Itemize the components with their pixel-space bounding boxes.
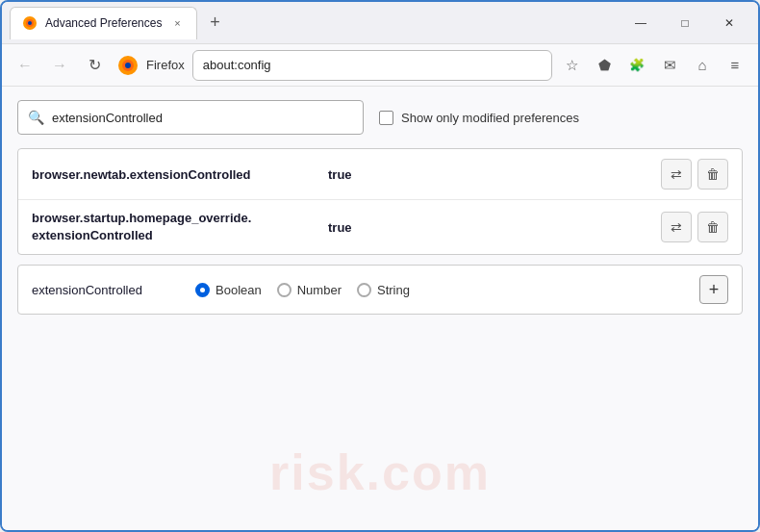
browser-name-label: Firefox <box>146 58 185 72</box>
type-radio-group: Boolean Number String <box>195 283 410 297</box>
svg-point-5 <box>125 63 131 68</box>
add-preference-button[interactable]: + <box>699 275 728 304</box>
swap-button-2[interactable]: ⇄ <box>661 212 692 242</box>
tab-favicon <box>22 15 38 31</box>
pocket-icon: ⬟ <box>598 57 611 74</box>
close-button[interactable]: ✕ <box>708 8 750 38</box>
search-icon: 🔍 <box>28 110 44 125</box>
pref-name-2: browser.startup.homepage_override.extens… <box>32 210 320 244</box>
delete-button-2[interactable]: 🗑 <box>697 212 728 242</box>
extension-button[interactable]: 🧩 <box>621 50 652 81</box>
firefox-logo <box>117 55 139 76</box>
address-bar[interactable]: about:config <box>192 50 552 81</box>
pocket-button[interactable]: ⬟ <box>589 50 620 81</box>
bookmark-icon: ☆ <box>566 57 578 74</box>
radio-boolean[interactable]: Boolean <box>195 283 262 297</box>
show-modified-checkbox[interactable] <box>379 111 393 125</box>
show-modified-label[interactable]: Show only modified preferences <box>379 111 579 125</box>
search-row: 🔍 extensionControlled Show only modified… <box>17 100 743 135</box>
maximize-button[interactable]: □ <box>664 8 706 38</box>
radio-boolean-label: Boolean <box>215 283 262 297</box>
tab-close-button[interactable]: × <box>169 15 185 31</box>
menu-icon: ≡ <box>731 57 740 73</box>
reload-button[interactable]: ↻ <box>79 50 110 81</box>
extension-icon: 🧩 <box>629 58 645 72</box>
nav-icons: ☆ ⬟ 🧩 ✉ ⌂ ≡ <box>556 50 750 81</box>
radio-circle-number[interactable] <box>277 283 291 297</box>
radio-circle-string[interactable] <box>357 283 371 297</box>
minimize-button[interactable]: — <box>620 8 662 38</box>
mail-button[interactable]: ✉ <box>654 50 685 81</box>
add-preference-row: extensionControlled Boolean Number Strin… <box>17 265 743 315</box>
account-button[interactable]: ⌂ <box>687 50 718 81</box>
radio-string[interactable]: String <box>357 283 410 297</box>
row-actions-2: ⇄ 🗑 <box>661 212 728 242</box>
show-modified-text: Show only modified preferences <box>401 111 579 125</box>
svg-point-2 <box>28 21 32 25</box>
radio-number-label: Number <box>297 283 342 297</box>
forward-icon: → <box>52 57 67 74</box>
table-row: browser.startup.homepage_override.extens… <box>18 200 742 254</box>
swap-icon-2: ⇄ <box>671 219 682 235</box>
new-pref-name: extensionControlled <box>32 283 176 297</box>
row-actions-1: ⇄ 🗑 <box>661 159 728 190</box>
title-bar: Advanced Preferences × + — □ ✕ <box>2 2 758 44</box>
pref-value-2: true <box>328 220 352 235</box>
browser-window: Advanced Preferences × + — □ ✕ ← → ↻ Fir… <box>0 0 760 532</box>
table-row: browser.newtab.extensionControlled true … <box>18 149 742 200</box>
search-input[interactable]: extensionControlled <box>52 111 353 125</box>
page-content: risk.com 🔍 extensionControlled Show only… <box>2 87 758 530</box>
pref-value-1: true <box>328 167 352 182</box>
delete-button-1[interactable]: 🗑 <box>697 159 728 190</box>
active-tab[interactable]: Advanced Preferences × <box>10 7 197 39</box>
pref-name-1: browser.newtab.extensionControlled <box>32 167 320 182</box>
reload-icon: ↻ <box>89 56 101 74</box>
swap-button-1[interactable]: ⇄ <box>661 159 692 190</box>
radio-string-label: String <box>377 283 410 297</box>
tab-title: Advanced Preferences <box>45 16 162 30</box>
account-icon: ⌂ <box>697 57 706 73</box>
new-tab-button[interactable]: + <box>201 10 228 37</box>
swap-icon-1: ⇄ <box>671 166 682 182</box>
back-icon: ← <box>17 57 33 74</box>
menu-button[interactable]: ≡ <box>720 50 750 81</box>
watermark: risk.com <box>269 443 491 501</box>
navigation-bar: ← → ↻ Firefox about:config ☆ ⬟ 🧩 <box>2 44 758 87</box>
mail-icon: ✉ <box>664 57 676 74</box>
delete-icon-1: 🗑 <box>706 166 720 182</box>
add-icon: + <box>709 280 720 300</box>
address-text: about:config <box>203 58 271 72</box>
window-controls: — □ ✕ <box>620 8 750 38</box>
radio-number[interactable]: Number <box>277 283 342 297</box>
bookmark-button[interactable]: ☆ <box>556 50 587 81</box>
radio-circle-boolean[interactable] <box>195 283 210 297</box>
back-button[interactable]: ← <box>10 50 40 81</box>
search-box[interactable]: 🔍 extensionControlled <box>17 100 364 135</box>
results-table: browser.newtab.extensionControlled true … <box>17 148 743 255</box>
forward-button[interactable]: → <box>44 50 75 81</box>
delete-icon-2: 🗑 <box>706 219 720 235</box>
